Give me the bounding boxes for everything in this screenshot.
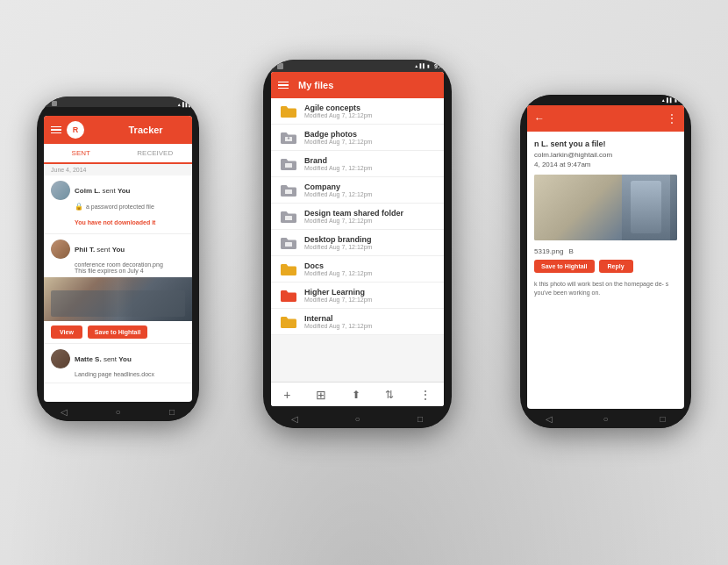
tab-sent[interactable]: SENT: [44, 144, 118, 164]
more-nav-icon[interactable]: ⋮: [419, 388, 432, 402]
notification-phil: Phil T. sent You conference room decorat…: [44, 234, 192, 344]
save-hightail-button[interactable]: Save to Hightail: [88, 325, 148, 339]
center-status-left: Y f: [268, 63, 283, 69]
expiry-phil: This file expires on July 4: [51, 268, 185, 274]
back-button-left[interactable]: ◁: [57, 404, 71, 418]
left-app-bar: R Tracker: [44, 116, 192, 144]
file-info-agile: Agile concepts Modified Aug 7, 12:12pm: [304, 104, 372, 118]
left-status-social: Y f: [40, 97, 57, 110]
right-screen-content: ← ⋮ n L. sent you a file! colm.larkin@hi…: [527, 105, 684, 409]
view-button[interactable]: View: [51, 325, 82, 339]
file-item-company[interactable]: Company Modified Aug 7, 12:12pm: [271, 177, 444, 204]
file-list: Agile concepts Modified Aug 7, 12:12pm: [271, 98, 444, 335]
left-status-bar: Y f ▲ ▌▌▌ ▮: [37, 97, 199, 107]
tab-bar: SENT RECEIVED: [44, 144, 192, 164]
back-button-right[interactable]: ◁: [542, 411, 556, 426]
right-photo-preview: [534, 175, 677, 240]
sort-nav-icon[interactable]: ⇅: [385, 389, 394, 401]
file-info-internal: Internal Modified Aug 7, 12:12pm: [304, 314, 372, 329]
sender-text-phil: Phil T. sent You: [75, 246, 125, 254]
file-info-brand: Brand Modified Aug 7, 12:12pm: [304, 156, 372, 171]
notification-matte: Matte S. sent You Landing page headlines…: [44, 344, 192, 383]
upload-nav-icon[interactable]: ⬆: [352, 389, 360, 401]
center-hamburger-icon[interactable]: [278, 82, 289, 89]
recent-button-left[interactable]: □: [165, 404, 179, 418]
right-screen: ← ⋮ n L. sent you a file! colm.larkin@hi…: [527, 105, 684, 409]
folder-icon-higher: [280, 289, 297, 303]
svg-rect-3: [285, 190, 292, 194]
right-overflow-icon[interactable]: ⋮: [667, 112, 677, 125]
center-screen-content: My files Agile concepts Modified Aug: [271, 72, 444, 406]
folder-icon-company: [280, 183, 297, 197]
file-item-badge[interactable]: Badge photos Modified Aug 7, 12:12pm: [271, 125, 444, 151]
center-screen: My files Agile concepts Modified Aug: [271, 72, 444, 406]
right-sender-info: n L. sent you a file! colm.larkin@highta…: [534, 139, 677, 169]
right-file-name: 5319.png B: [534, 247, 677, 255]
phone-left: Y f ▲ ▌▌▌ ▮ R Tracke: [37, 97, 199, 421]
grid-nav-icon[interactable]: ⊞: [316, 388, 326, 402]
file-item-agile[interactable]: Agile concepts Modified Aug 7, 12:12pm: [271, 98, 444, 125]
file-item-docs[interactable]: Docs Modified Aug 7, 12:12pm: [271, 256, 444, 282]
left-android-nav: ◁ ○ □: [37, 402, 199, 421]
folder-icon-internal: [280, 315, 297, 329]
phone-center: Y f ▲ ▌▌ ▮ 9:41 My files: [263, 60, 452, 428]
sender-text-matte: Matte S. sent You: [75, 355, 132, 363]
center-app-title: My files: [298, 80, 333, 90]
left-screen: R Tracker SENT RECEIVED June 4, 2014: [44, 116, 192, 402]
folder-icon-desktop: [280, 236, 297, 250]
lock-row: 🔒 a password protected file: [51, 203, 185, 211]
phone-right: Y f ▪ ▲ ▌▌ ▮ 9:41 ← ⋮ n L. sent you a fi…: [520, 95, 691, 428]
svg-point-1: [288, 137, 289, 139]
file-item-higher[interactable]: Higher Learning Modified Aug 7, 12:12pm: [271, 282, 444, 309]
home-button-right[interactable]: ○: [599, 411, 613, 426]
right-app-bar: ← ⋮: [527, 105, 684, 132]
file-item-desktop[interactable]: Desktop branding Modified Aug 7, 12:12pm: [271, 230, 444, 256]
notification-colm: Colm L. sent You 🔒 a password protected …: [44, 175, 192, 234]
add-nav-icon[interactable]: +: [283, 388, 290, 402]
svg-rect-2: [285, 163, 292, 168]
right-action-buttons: Save to Hightail Reply: [534, 260, 677, 273]
recent-button-center[interactable]: □: [413, 411, 427, 426]
file-info-higher: Higher Learning Modified Aug 7, 12:12pm: [304, 288, 372, 303]
center-status-right: ▲ ▌▌ ▮ 9:41: [414, 63, 446, 69]
center-time: 9:41: [434, 63, 446, 69]
tracker-logo: R: [67, 121, 84, 139]
avatar-phil: [51, 240, 70, 259]
center-bottom-nav: + ⊞ ⬆ ⇅ ⋮: [271, 382, 444, 406]
save-to-hightail-button[interactable]: Save to Hightail: [534, 260, 595, 273]
hamburger-icon[interactable]: [51, 126, 61, 134]
recent-button-right[interactable]: □: [656, 411, 670, 426]
file-info-company: Company Modified Aug 7, 12:12pm: [304, 182, 372, 197]
not-downloaded-warning: You have not downloaded it: [75, 219, 155, 225]
lock-icon: 🔒: [75, 203, 83, 211]
reply-button[interactable]: Reply: [599, 260, 633, 273]
file-item-brand[interactable]: Brand Modified Aug 7, 12:12pm: [271, 151, 444, 177]
action-buttons-phil: View Save to Hightail: [44, 321, 192, 343]
file-desc-phil: conference room decoration.png: [51, 261, 185, 268]
right-content: n L. sent you a file! colm.larkin@highta…: [527, 132, 684, 304]
avatar-matte: [51, 349, 70, 368]
svg-rect-5: [285, 242, 292, 247]
file-item-design[interactable]: Design team shared folder Modified Aug 7…: [271, 204, 444, 230]
file-info-docs: Docs Modified Aug 7, 12:12pm: [304, 261, 372, 276]
date-divider: June 4, 2014: [44, 164, 192, 175]
sender-text-colm: Colm L. sent You: [75, 187, 130, 195]
folder-icon-agile: [280, 104, 297, 118]
folder-icon-design: [280, 210, 297, 224]
folder-icon-docs: [280, 262, 297, 276]
home-button-center[interactable]: ○: [350, 411, 364, 426]
tab-received[interactable]: RECEIVED: [118, 144, 193, 162]
file-item-internal[interactable]: Internal Modified Aug 7, 12:12pm: [271, 309, 444, 335]
home-button-left[interactable]: ○: [111, 404, 125, 418]
person-in-photo: [622, 175, 670, 240]
scene: Y f ▲ ▌▌▌ ▮ R Tracke: [0, 0, 728, 565]
file-info-badge: Badge photos Modified Aug 7, 12:12pm: [304, 130, 372, 145]
file-info-desktop: Desktop branding Modified Aug 7, 12:12pm: [304, 235, 372, 250]
back-button-center[interactable]: ◁: [288, 411, 302, 426]
center-android-nav: ◁ ○ □: [263, 409, 452, 428]
right-android-nav: ◁ ○ □: [520, 409, 691, 428]
left-status-system: ▲ ▌▌▌ ▮: [177, 97, 196, 110]
right-message: k this photo will work best on the homep…: [534, 280, 677, 297]
right-back-icon[interactable]: ←: [534, 112, 545, 125]
left-screen-content: R Tracker SENT RECEIVED June 4, 2014: [44, 116, 192, 402]
